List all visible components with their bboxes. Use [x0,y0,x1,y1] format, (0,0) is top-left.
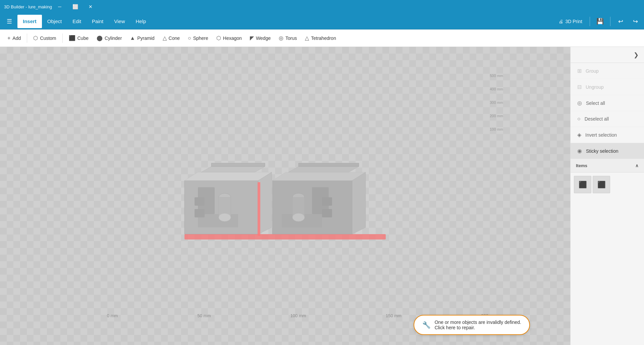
minimize-button[interactable]: ─ [52,0,67,13]
menu-paint[interactable]: Paint [87,15,109,28]
custom-button[interactable]: ⬡ Custom [30,33,59,43]
menu-object[interactable]: Object [42,15,67,28]
viewport[interactable]: 500 mm 400 mm 300 mm 200 mm 100 mm [0,47,570,345]
collapse-icon[interactable]: ∧ [635,163,639,168]
cone-label: Cone [169,36,180,41]
v-ruler-200: 200 mm [490,114,503,118]
cube-label: Cube [77,36,89,41]
svg-rect-25 [195,209,205,217]
torus-button[interactable]: ◎ Torus [275,33,300,43]
panel-deselect-all[interactable]: ○ Deselect all [571,111,644,127]
sphere-icon: ○ [188,35,191,41]
print-icon: 🖨 [558,19,563,24]
svg-point-21 [292,213,305,221]
tetrahedron-label: Tetrahedron [311,36,336,41]
tetrahedron-button[interactable]: △ Tetrahedron [302,33,339,43]
ruler-150mm: 150 mm [386,313,401,318]
svg-marker-15 [288,166,359,172]
items-area: ⬛ ⬛ [571,172,644,197]
expand-chevron-icon: ❯ [634,51,639,59]
svg-rect-11 [258,182,260,236]
panel-sticky-selection[interactable]: ◉ Sticky selection [571,143,644,159]
ungroup-label: Ungroup [586,84,604,90]
maximize-button[interactable]: ⬜ [67,0,83,13]
menubar-divider [590,17,590,26]
titlebar-controls: ─ ⬜ ✕ [52,0,98,13]
deselect-all-label: Deselect all [585,116,609,122]
menu-help[interactable]: Help [130,15,152,28]
cube-button[interactable]: ⬛ Cube [65,33,92,43]
deselect-all-icon: ○ [577,116,581,122]
group-label: Group [586,68,599,74]
save-button[interactable]: 💾 [594,15,606,27]
item-thumb-2[interactable]: ⬛ [593,176,610,193]
menu-view[interactable]: View [109,15,130,28]
pyramid-label: Pyramid [137,36,154,41]
torus-icon: ◎ [279,35,283,41]
panel-group[interactable]: ⊞ Group [571,63,644,79]
hamburger-button[interactable]: ☰ [3,15,16,28]
toolbar-divider2 [62,33,63,43]
custom-icon: ⬡ [33,35,38,41]
invert-selection-icon: ◈ [577,132,581,138]
svg-point-10 [219,213,231,221]
right-panel: ❯ ⊞ Group ⊟ Ungroup ◎ Select all ○ Desel… [570,47,644,345]
cylinder-button[interactable]: ⬤ Cylinder [93,33,125,43]
cube-icon: ⬛ [69,35,75,41]
panel-select-all[interactable]: ◎ Select all [571,95,644,111]
svg-rect-23 [322,209,332,217]
tetrahedron-icon: △ [305,35,309,41]
item-thumb-1[interactable]: ⬛ [574,176,591,193]
hexagon-button[interactable]: ⬡ Hexagon [213,33,245,43]
panel-ungroup[interactable]: ⊟ Ungroup [571,79,644,95]
add-button[interactable]: + Add [4,33,24,43]
select-all-label: Select all [586,100,605,106]
menubar-divider2 [610,17,610,26]
undo-button[interactable]: ↩ [614,15,627,27]
svg-marker-14 [352,172,366,234]
vertical-ruler: 500 mm 400 mm 300 mm 200 mm 100 mm [490,74,503,131]
ungroup-icon: ⊟ [577,84,582,90]
hexagon-label: Hexagon [223,36,242,41]
redo-button[interactable]: ↪ [629,15,641,27]
v-ruler-500: 500 mm [490,74,503,78]
toolbar-divider1 [27,33,27,43]
close-button[interactable]: ✕ [83,0,98,13]
print-button[interactable]: 🖨 3D Print [555,17,586,26]
ruler-50mm: 50 mm [198,313,211,318]
ruler-0mm: 0 mm [107,313,118,318]
panel-invert-selection[interactable]: ◈ Invert selection [571,127,644,143]
invert-selection-label: Invert selection [585,132,617,138]
svg-marker-4 [201,166,265,172]
hexagon-icon: ⬡ [216,35,221,41]
cylinder-icon: ⬤ [97,35,103,41]
notification-bar[interactable]: 🔧 One or more objects are invalidly defi… [414,315,530,335]
panel-expand-button[interactable]: ❯ [571,47,644,63]
add-icon: + [7,35,10,41]
ruler-100mm: 100 mm [290,313,306,318]
wedge-icon: ◤ [250,35,254,41]
sticky-selection-icon: ◉ [577,148,582,154]
svg-rect-0 [184,234,386,239]
v-ruler-300: 300 mm [490,100,503,105]
svg-marker-5 [211,163,265,166]
cylinder-label: Cylinder [105,36,122,41]
notification-text: One or more objects are invalidly define… [435,320,521,330]
wrench-icon: 🔧 [422,321,431,329]
items-label: Items [576,163,587,168]
menu-insert[interactable]: Insert [17,15,42,28]
3d-objects-area [168,154,402,248]
cone-button[interactable]: △ Cone [159,33,183,43]
torus-label: Torus [285,36,297,41]
sphere-button[interactable]: ○ Sphere [184,33,212,43]
menu-edit[interactable]: Edit [67,15,87,28]
svg-marker-16 [299,163,359,166]
cone-icon: △ [163,35,167,41]
v-ruler-400: 400 mm [490,87,503,91]
menubar: ☰ Insert Object Edit Paint View Help 🖨 3… [0,13,644,29]
model-svg [168,154,402,248]
pyramid-button[interactable]: ▲ Pyramid [126,33,158,43]
wedge-button[interactable]: ◤ Wedge [247,33,274,43]
sphere-label: Sphere [193,36,208,41]
titlebar: 3D Builder - lure_making ─ ⬜ ✕ [0,0,644,13]
